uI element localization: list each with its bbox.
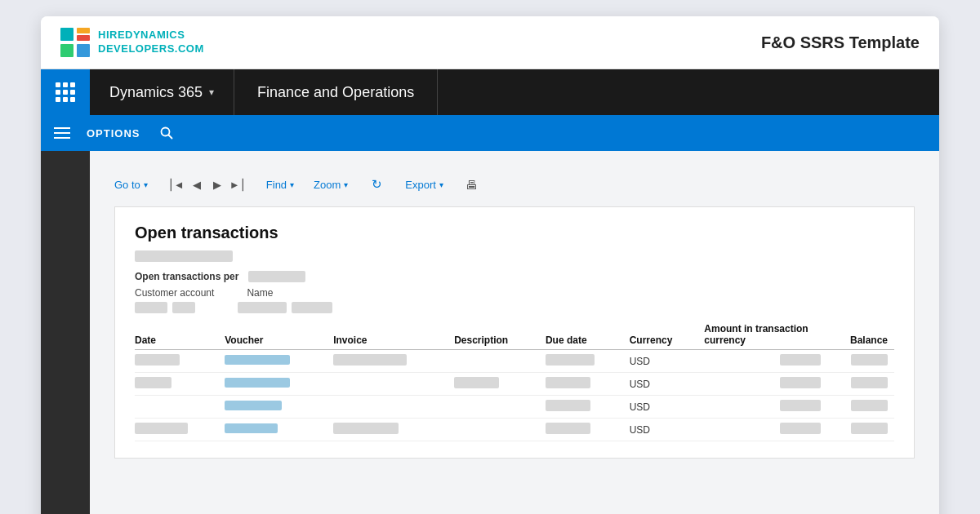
export-chevron-icon: ▾	[439, 180, 443, 189]
main-content: Go to ▾ ⎮◄ ◀ ▶ ►⎮ Find ▾ Zoom ▾ ↻	[41, 151, 939, 514]
blur-due-2	[546, 377, 590, 388]
last-page-button[interactable]: ►⎮	[229, 175, 247, 193]
next-page-button[interactable]: ▶	[208, 175, 226, 193]
cell-date-3	[135, 396, 225, 419]
blur-desc-2	[454, 377, 499, 388]
cell-voucher-1	[225, 350, 333, 373]
cell-due-3	[546, 396, 630, 419]
col-description: Description	[454, 318, 546, 350]
finance-label: Finance and Operations	[257, 84, 414, 101]
logo-developers: DEVELOPERS	[98, 42, 175, 55]
finance-nav-item: Finance and Operations	[234, 69, 438, 115]
cell-date-2	[135, 373, 225, 396]
cell-balance-1	[827, 350, 894, 373]
cell-curr-3: USD	[630, 396, 705, 419]
report-meta-row: Customer account Name	[135, 287, 894, 299]
apps-grid-icon	[56, 82, 75, 102]
blur-balance-4	[851, 423, 888, 434]
dynamics-nav-item[interactable]: Dynamics 365 ▾	[90, 69, 234, 115]
cell-invoice-3	[333, 396, 454, 419]
cell-invoice-4	[333, 419, 454, 441]
col-date: Date	[135, 318, 225, 350]
zoom-button[interactable]: Zoom ▾	[314, 179, 348, 191]
customer-account-label: Customer account	[135, 287, 214, 299]
blur-amount-2	[780, 377, 821, 388]
cell-date-1	[135, 350, 225, 373]
table-row: USD	[135, 396, 894, 419]
cust-blur-2	[172, 302, 195, 313]
search-button[interactable]	[154, 120, 180, 146]
print-button[interactable]: 🖶	[463, 175, 481, 193]
nav-buttons: ⎮◄ ◀ ▶ ►⎮	[167, 175, 247, 193]
cust-blur-4	[238, 302, 287, 313]
cell-desc-4	[454, 419, 546, 441]
blur-voucher-4	[225, 423, 278, 433]
blur-invoice-1	[333, 354, 407, 366]
report-toolbar: Go to ▾ ⎮◄ ◀ ▶ ►⎮ Find ▾ Zoom ▾ ↻	[114, 167, 915, 206]
goto-button[interactable]: Go to ▾	[114, 179, 148, 191]
col-invoice: Invoice	[333, 318, 454, 350]
top-bar: HIREDYNAMICS DEVELOPERS.COM F&O SSRS Tem…	[41, 16, 939, 69]
cell-balance-2	[827, 373, 894, 396]
svg-rect-0	[60, 28, 74, 41]
col-amount: Amount in transaction currency	[704, 318, 827, 350]
cell-due-2	[546, 373, 630, 396]
cell-amount-3	[704, 396, 827, 419]
export-button[interactable]: Export ▾	[405, 179, 443, 191]
search-icon	[160, 126, 173, 140]
blur-due-3	[546, 400, 590, 411]
goto-label: Go to	[114, 179, 140, 191]
options-label: OPTIONS	[87, 127, 140, 140]
goto-chevron-icon: ▾	[144, 180, 148, 189]
blur-date-1	[135, 354, 180, 366]
export-label: Export	[405, 179, 436, 191]
hamburger-line-2	[54, 132, 70, 134]
dynamics-label: Dynamics 365	[109, 84, 203, 101]
svg-rect-2	[77, 35, 90, 41]
zoom-chevron-icon: ▾	[344, 180, 348, 189]
blur-balance-1	[851, 354, 888, 366]
cell-invoice-2	[333, 373, 454, 396]
logo-area: HIREDYNAMICS DEVELOPERS.COM	[60, 28, 204, 57]
report-subtitle-row: Open transactions per	[135, 271, 894, 282]
logo-icon	[60, 28, 90, 57]
cell-desc-1	[454, 350, 546, 373]
first-page-button[interactable]: ⎮◄	[167, 175, 185, 193]
logo-hire: HIRE	[98, 29, 125, 41]
report-area: Go to ▾ ⎮◄ ◀ ▶ ►⎮ Find ▾ Zoom ▾ ↻	[90, 151, 939, 514]
hamburger-line-3	[54, 137, 70, 139]
cust-blur-1	[135, 302, 167, 313]
cell-desc-2	[454, 373, 546, 396]
col-voucher: Voucher	[225, 318, 333, 350]
subtitle-label: Open transactions per	[135, 271, 238, 282]
cell-voucher-2	[225, 373, 333, 396]
sidebar	[41, 151, 90, 514]
blur-block-3	[248, 271, 305, 282]
table-row: USD	[135, 419, 894, 441]
svg-rect-1	[77, 28, 90, 33]
apps-button[interactable]	[41, 69, 90, 115]
col-due-date: Due date	[546, 318, 630, 350]
cell-balance-3	[827, 396, 894, 419]
blur-amount-4	[780, 423, 821, 434]
prev-page-button[interactable]: ◀	[188, 175, 206, 193]
options-bar: OPTIONS	[41, 115, 939, 151]
cell-invoice-1	[333, 350, 454, 373]
refresh-button[interactable]: ↻	[368, 175, 385, 193]
find-button[interactable]: Find ▾	[266, 179, 294, 191]
blur-date-4	[135, 423, 188, 434]
cell-amount-1	[704, 350, 827, 373]
cell-curr-1: USD	[630, 350, 705, 373]
customer-blur-row	[135, 302, 894, 313]
hamburger-button[interactable]	[51, 124, 74, 142]
find-label: Find	[266, 179, 287, 191]
table-header-row: Date Voucher Invoice Description Due dat…	[135, 318, 894, 350]
logo-com: .COM	[175, 42, 204, 55]
table-row: USD	[135, 350, 894, 373]
hamburger-line-1	[54, 127, 70, 129]
blur-amount-3	[780, 400, 821, 411]
blur-date-2	[135, 377, 172, 388]
cell-voucher-4	[225, 419, 333, 441]
table-header: Date Voucher Invoice Description Due dat…	[135, 318, 894, 350]
table-body: USD USD	[135, 350, 894, 441]
